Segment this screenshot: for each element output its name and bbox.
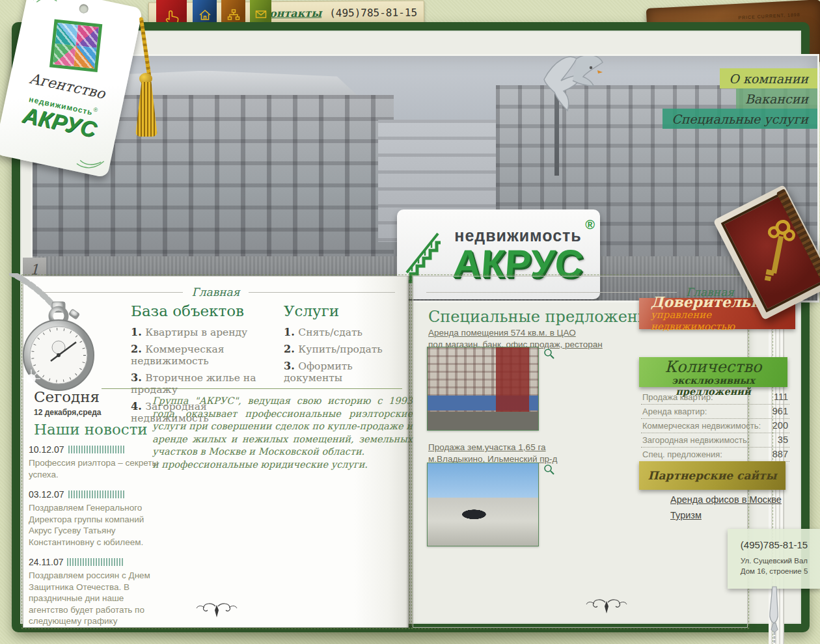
contact-card-address2: Дом 16, строение 5 (741, 567, 808, 575)
sign-registered-mark: ® (585, 217, 595, 232)
service-item-rent[interactable]: Снять/сдать (284, 326, 404, 338)
magnifier-icon[interactable] (543, 348, 555, 360)
pigeon-image (535, 54, 613, 120)
tag-hole (78, 3, 89, 14)
offer-photo-building[interactable] (427, 347, 539, 431)
divider-line (102, 388, 402, 389)
home-icon (198, 8, 212, 22)
book-gutter-shadow (406, 276, 414, 628)
main-menu: О компании Вакансии Специальные услуги (663, 68, 817, 129)
services-title: Услуги (284, 302, 404, 319)
base-item-commercial[interactable]: Коммерческая недвижимость (131, 343, 280, 367)
special-offers-title: Специальные предложения (428, 308, 658, 326)
offer-link-land-plot[interactable]: Продажа зем.участка 1,65 га м.Владыкино,… (428, 442, 623, 465)
stat-row-flat-sale: Продажа квартир: 111 (641, 390, 789, 405)
menu-item-about[interactable]: О компании (720, 68, 817, 88)
contact-card: (495)785-81-15 Ул. Сущевский Вал Дом 16,… (728, 529, 820, 589)
news-text: Поздравляем Генерального Директора групп… (29, 502, 159, 548)
tassel-decoration (134, 30, 160, 141)
stat-value: 111 (774, 392, 788, 402)
about-paragraph-2: и профессиональные юридические услуги. (152, 459, 368, 470)
stats-list: Продажа квартир: 111 Аренда квартир: 961… (641, 390, 789, 462)
tag-registered-mark: ® (93, 106, 99, 113)
news-item: 10.12.07 Профессия риэлтора – секреты ус… (29, 444, 159, 480)
flourish-icon (31, 0, 62, 10)
mail-icon (254, 8, 267, 21)
offer-link-line1: Продажа зем.участка 1,65 га (428, 442, 546, 452)
menu-item-special-services[interactable]: Специальные услуги (663, 109, 817, 129)
news-list: 10.12.07 Профессия риэлтора – секреты ус… (29, 444, 159, 636)
base-item-secondary[interactable]: Вторичное жилье на продажу (131, 371, 280, 396)
sitemap-icon (226, 8, 241, 22)
count-banner-line1: Количество (639, 359, 787, 375)
partner-link-offices[interactable]: Аренда офисов в Москве (670, 494, 782, 505)
news-date: 03.12.07 (29, 489, 64, 500)
news-date: 24.11.07 (29, 557, 63, 567)
object-base-title: База объектов (131, 302, 280, 319)
flourish-ornament (196, 602, 238, 619)
service-item-buy[interactable]: Купить/продать (284, 343, 404, 355)
stat-row-country: Загородная недвижимость: 35 (641, 433, 789, 448)
base-item-rent-flats[interactable]: Квартиры в аренду (131, 326, 280, 338)
stat-label: Спец. предложения: (642, 449, 722, 459)
left-page-header-label: Главная (192, 286, 240, 299)
stat-value: 961 (772, 406, 788, 416)
stat-row-commercial: Коммерческая недвижимость: 200 (641, 419, 789, 433)
flourish-icon (74, 152, 105, 174)
about-text: Группа "АКРУС", ведущая свою историю с 1… (152, 395, 413, 471)
exclusive-count-banner: Количество эксклюзивных предложений (639, 357, 787, 387)
partner-links: Аренда офисов в Москве Туризм (670, 494, 782, 520)
about-paragraph: Группа "АКРУС", ведущая свою историю с 1… (152, 396, 413, 457)
service-item-docs[interactable]: Оформить документы (284, 360, 404, 384)
today-date: 12 декабря,среда (34, 408, 102, 417)
stat-label: Продажа квартир: (642, 392, 713, 402)
stat-row-flat-rent: Аренда квартир: 961 (641, 405, 789, 419)
contacts-phone: (495)785-81-15 (329, 7, 417, 20)
stat-value: 887 (772, 449, 788, 459)
news-item: 24.11.07 Поздравляем россиян с Днем Защи… (29, 557, 159, 627)
services-section: Услуги Снять/сдать Купить/продать Оформи… (284, 302, 404, 388)
old-book-stamp: PRICE CURRENT, 1898 (738, 12, 800, 20)
partners-banner: Партнерские сайты (639, 461, 786, 490)
stat-label: Коммерческая недвижимость: (642, 421, 761, 431)
stopwatch-decoration (9, 273, 107, 403)
partners-banner-label: Партнерские сайты (648, 469, 776, 482)
page: PRICE CURRENT, 1898 Контакты (495)785-81… (0, 0, 820, 644)
flourish-ornament (586, 598, 627, 615)
stat-label: Аренда квартир: (642, 407, 707, 416)
menu-item-vacancies[interactable]: Вакансии (736, 88, 817, 109)
pen-clip-decoration (764, 585, 784, 644)
news-date-stripes (68, 490, 124, 498)
stat-value: 200 (772, 420, 788, 431)
stat-label: Загородная недвижимость: (642, 435, 749, 445)
magnifier-icon[interactable] (543, 464, 555, 476)
contact-card-phone: (495)785-81-15 (728, 539, 820, 550)
news-text: Поздравляем россиян с Днем Защитника Оте… (29, 570, 159, 627)
news-item: 03.12.07 Поздравляем Генерального Директ… (29, 489, 159, 548)
offer-link-line1: Аренда помещения 574 кв.м. в ЦАО (428, 328, 576, 338)
offer-photo-land[interactable] (427, 463, 539, 546)
news-date-stripes (68, 446, 124, 453)
news-date: 10.12.07 (29, 444, 64, 455)
contact-card-address1: Ул. Сущевский Вал (741, 557, 808, 565)
stat-value: 35 (778, 435, 788, 445)
partner-link-tourism[interactable]: Туризм (670, 510, 782, 520)
news-title: Наши новости (34, 421, 148, 438)
news-text: Профессия риэлтора – секреты успеха. (29, 457, 159, 480)
news-date-stripes (67, 558, 123, 566)
quilt-logo (49, 20, 102, 72)
stat-row-special: Спец. предложения: 887 (641, 448, 789, 462)
